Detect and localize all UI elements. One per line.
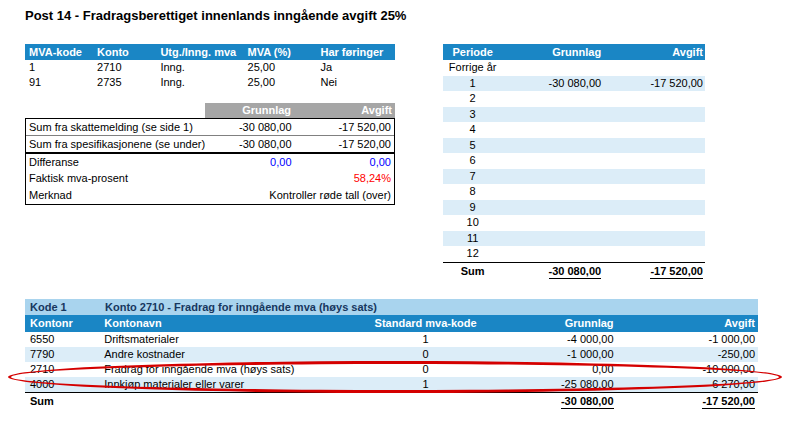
cell-type[interactable]: Inng. <box>156 60 243 75</box>
cell-kontonr[interactable]: 4000 <box>25 377 99 392</box>
cell-periode[interactable]: 3 <box>443 107 502 123</box>
cell-avgift[interactable] <box>604 153 705 169</box>
table-row[interactable]: Forrige år <box>443 60 705 76</box>
cell-grunnlag[interactable]: -25 080,00 <box>495 377 617 392</box>
cell-mva-kode[interactable]: 1 <box>25 60 93 75</box>
table-row[interactable]: 1 2710 Inng. 25,00 Ja <box>25 60 395 75</box>
table-row[interactable]: 7790 Andre kostnader 0 -1 000,00 -250,00 <box>25 347 758 362</box>
cell-grunnlag[interactable]: -30 080,00 <box>205 119 294 135</box>
cell-grunnlag[interactable]: -4 000,00 <box>495 332 617 347</box>
cell-avgift[interactable] <box>604 60 705 76</box>
cell-periode[interactable]: 10 <box>443 215 502 231</box>
cell-har-foringer[interactable]: Nei <box>316 75 395 90</box>
cell-periode[interactable]: Forrige år <box>443 60 502 76</box>
cell-kontonavn[interactable]: Andre kostnader <box>99 347 356 362</box>
cell-kontonavn[interactable]: Fradrag for inngående mva (høys sats) <box>99 362 356 377</box>
table-row[interactable]: 10 <box>443 215 705 231</box>
cell-sats[interactable]: 25,00 <box>244 75 317 90</box>
cell-grunnlag[interactable] <box>502 200 604 216</box>
cell-avgift[interactable] <box>604 246 705 262</box>
cell-grunnlag[interactable] <box>502 231 604 247</box>
cell-grunnlag[interactable] <box>502 215 604 231</box>
table-row[interactable]: 11 <box>443 231 705 247</box>
table-row[interactable]: 7 <box>443 169 705 185</box>
cell-grunnlag[interactable] <box>502 107 604 123</box>
cell-avgift[interactable]: -17 520,00 <box>294 119 394 135</box>
cell-kontonr[interactable]: 6550 <box>25 332 99 347</box>
cell-grunnlag[interactable] <box>502 138 604 154</box>
cell-sum-grunnlag[interactable]: -30 080,00 <box>495 393 617 410</box>
table-row[interactable]: 12 <box>443 246 705 262</box>
cell-avgift[interactable] <box>604 200 705 216</box>
cell-mva-kode[interactable]: 0 <box>356 362 494 377</box>
cell-label[interactable]: Sum fra skattemelding (se side 1) <box>26 119 205 135</box>
cell-grunnlag-difference[interactable]: 0,00 <box>205 154 294 170</box>
cell-avgift[interactable]: -10 000,00 <box>617 362 758 377</box>
table-row[interactable]: Faktisk mva-prosent 58,24% <box>26 170 394 187</box>
cell-grunnlag[interactable]: -30 080,00 <box>205 136 293 152</box>
cell-label[interactable]: Merknad <box>26 187 206 204</box>
cell-grunnlag[interactable] <box>502 184 604 200</box>
cell-har-foringer[interactable]: Ja <box>316 60 395 75</box>
table-row[interactable]: Sum fra skattemelding (se side 1) -30 08… <box>26 119 394 136</box>
cell-grunnlag[interactable]: 0,00 <box>495 362 617 377</box>
cell-avgift[interactable] <box>604 215 705 231</box>
cell-grunnlag[interactable] <box>502 153 604 169</box>
cell-kontonavn[interactable]: Driftsmaterialer <box>99 332 356 347</box>
cell-grunnlag[interactable] <box>502 246 604 262</box>
kode-sum-row[interactable]: Sum -30 080,00 -17 520,00 <box>25 392 758 410</box>
periode-sum-row[interactable]: Sum -30 080,00 -17 520,00 <box>443 262 705 280</box>
cell-grunnlag[interactable]: -1 000,00 <box>495 347 617 362</box>
table-row[interactable]: Merknad Kontroller røde tall (over) <box>26 187 394 204</box>
table-row[interactable]: 6550 Driftsmaterialer 1 -4 000,00 -1 000… <box>25 332 758 347</box>
cell-avgift[interactable]: -1 000,00 <box>617 332 758 347</box>
cell-actual-vat-percent[interactable]: 58,24% <box>206 170 394 187</box>
cell-periode[interactable]: 4 <box>443 122 502 138</box>
cell-label[interactable]: Sum fra spesifikasjonene (se under) <box>26 136 205 152</box>
cell-mva-kode[interactable]: 91 <box>25 75 93 90</box>
table-row[interactable]: 3 <box>443 107 705 123</box>
cell-periode[interactable]: 5 <box>443 138 502 154</box>
table-row[interactable]: 8 <box>443 184 705 200</box>
cell-avgift[interactable]: -17 520,00 <box>294 136 394 152</box>
table-row[interactable]: 4 <box>443 122 705 138</box>
cell-periode[interactable]: 7 <box>443 169 502 185</box>
cell-type[interactable]: Inng. <box>156 75 243 90</box>
table-row[interactable]: 9 <box>443 200 705 216</box>
cell-periode[interactable]: 1 <box>443 76 502 92</box>
cell-remark[interactable]: Kontroller røde tall (over) <box>206 187 394 204</box>
cell-kontonavn[interactable]: Innkjøp materialer eller varer <box>99 377 356 392</box>
cell-avgift-difference[interactable]: 0,00 <box>294 154 394 170</box>
cell-periode[interactable]: 9 <box>443 200 502 216</box>
cell-grunnlag[interactable]: -30 080,00 <box>502 76 604 92</box>
table-row[interactable]: 4000 Innkjøp materialer eller varer 1 -2… <box>25 377 758 392</box>
cell-avgift[interactable] <box>604 169 705 185</box>
cell-periode[interactable]: 8 <box>443 184 502 200</box>
cell-konto[interactable]: 2735 <box>93 75 156 90</box>
cell-mva-kode[interactable]: 1 <box>356 332 494 347</box>
table-row[interactable]: 6 <box>443 153 705 169</box>
cell-avgift[interactable]: -250,00 <box>617 347 758 362</box>
cell-sum-avgift[interactable]: -17 520,00 <box>604 263 705 280</box>
cell-avgift[interactable] <box>604 91 705 107</box>
cell-periode[interactable]: 6 <box>443 153 502 169</box>
cell-periode[interactable]: 2 <box>443 91 502 107</box>
cell-sats[interactable]: 25,00 <box>244 60 317 75</box>
cell-grunnlag[interactable] <box>502 91 604 107</box>
table-row[interactable]: 91 2735 Inng. 25,00 Nei <box>25 75 395 90</box>
table-row[interactable]: 5 <box>443 138 705 154</box>
table-row-highlighted[interactable]: 2710 Fradrag for inngående mva (høys sat… <box>25 362 758 377</box>
cell-grunnlag[interactable] <box>502 122 604 138</box>
cell-sum-avgift[interactable]: -17 520,00 <box>617 393 758 410</box>
cell-konto[interactable]: 2710 <box>93 60 156 75</box>
cell-mva-kode[interactable]: 1 <box>356 377 494 392</box>
cell-avgift[interactable] <box>604 122 705 138</box>
cell-avgift[interactable] <box>604 184 705 200</box>
cell-periode[interactable]: 12 <box>443 246 502 262</box>
cell-avgift[interactable] <box>604 138 705 154</box>
cell-avgift[interactable]: -6 270,00 <box>617 377 758 392</box>
cell-label[interactable]: Faktisk mva-prosent <box>26 170 206 187</box>
table-row[interactable]: Sum fra spesifikasjonene (se under) -30 … <box>26 136 394 154</box>
table-row[interactable]: 2 <box>443 91 705 107</box>
table-row[interactable]: 1 -30 080,00 -17 520,00 <box>443 76 705 92</box>
